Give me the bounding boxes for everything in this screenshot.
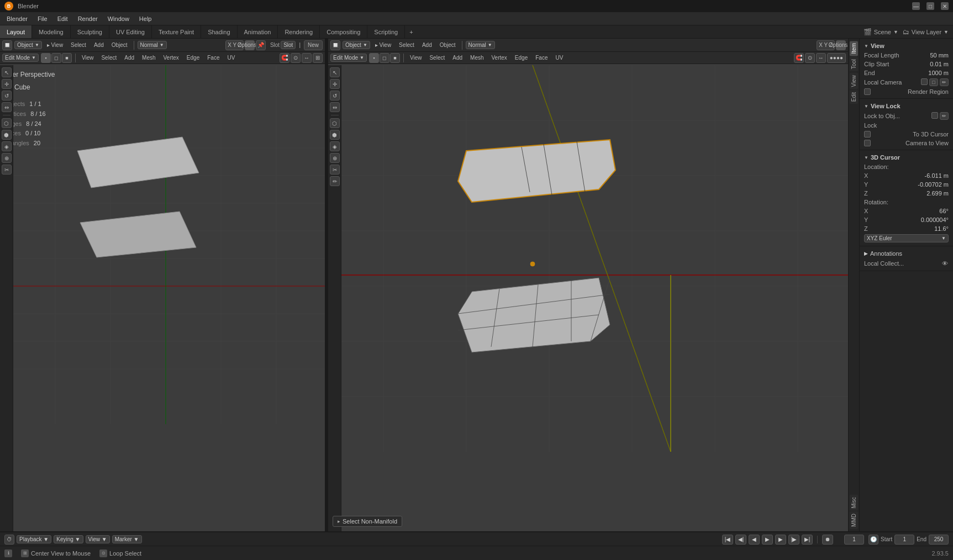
lock-obj-checkbox[interactable]	[931, 112, 938, 119]
add-workspace-button[interactable]: +	[405, 25, 417, 38]
record-btn[interactable]: ⏺	[822, 535, 833, 545]
left-tool-inset[interactable]: ⬢	[2, 130, 12, 140]
to-3d-cursor-checkbox[interactable]	[864, 131, 871, 138]
right-vp-options[interactable]: Options▼	[836, 40, 846, 50]
view-section-header[interactable]: ▼ View	[860, 41, 953, 51]
left-edit-mode[interactable]: Edit Mode ▼	[2, 54, 39, 62]
right-tb-face[interactable]: Face	[533, 54, 550, 61]
viewlayer-selector[interactable]: 🗂 View Layer ▼	[903, 28, 949, 36]
right-tb-uv[interactable]: UV	[552, 54, 566, 61]
right-snap[interactable]: 🧲	[794, 53, 804, 63]
right-tb-add[interactable]: Add	[450, 54, 465, 61]
current-frame[interactable]: 1	[844, 535, 864, 545]
prev-keyframe-btn[interactable]: ◀|	[735, 535, 746, 545]
right-tb-edge[interactable]: Edge	[512, 54, 530, 61]
right-shading-btns[interactable]: ●●●●	[827, 53, 846, 63]
right-tb-vertex[interactable]: Vertex	[489, 54, 510, 61]
left-tb-view[interactable]: View	[79, 54, 97, 61]
left-tb-add[interactable]: Add	[122, 54, 137, 61]
left-vertex-mode[interactable]: ▪	[41, 53, 51, 63]
right-tb-mesh[interactable]: Mesh	[467, 54, 486, 61]
left-tb-edge[interactable]: Edge	[184, 54, 202, 61]
menu-window[interactable]: Window	[103, 14, 134, 23]
tab-shading[interactable]: Shading	[201, 25, 237, 38]
right-vp-normal-shading[interactable]: Normal▼	[466, 41, 495, 49]
right-vp-object[interactable]: Object	[437, 41, 459, 49]
tab-edit[interactable]: Edit	[850, 90, 858, 104]
right-canvas[interactable]: ↖ ✛ ↺ ⇔ ⬡ ⬢ ◈ ⊕ ✂ ✏ ▸ Select Non-Manifol…	[328, 65, 848, 531]
end-frame[interactable]: 250	[929, 535, 949, 545]
right-tool-loopcut[interactable]: ⊕	[330, 153, 340, 163]
slot-selector[interactable]: Slot	[281, 41, 296, 49]
bb-loop-select[interactable]: ⊙ Loop Select	[99, 550, 141, 557]
maximize-button[interactable]: □	[926, 2, 934, 10]
tab-uv-editing[interactable]: UV Editing	[109, 25, 152, 38]
right-tb-view[interactable]: View	[407, 54, 425, 61]
right-tool-extrude[interactable]: ⬡	[330, 118, 340, 128]
timeline-editor-type[interactable]: ⏱	[4, 535, 14, 545]
left-vp-options[interactable]: Options▼	[245, 40, 255, 50]
keying-select[interactable]: Keying ▼	[54, 535, 83, 543]
left-edge-mode[interactable]: ◻	[51, 53, 61, 63]
left-vp-view[interactable]: ▸ View	[44, 41, 66, 49]
left-vp-object[interactable]: Object	[109, 41, 130, 49]
left-vp-object-mode[interactable]: Object▼	[14, 41, 42, 49]
right-tool-knife[interactable]: ✂	[330, 165, 340, 175]
minimize-button[interactable]: —	[912, 2, 920, 10]
left-tool-extrude[interactable]: ⬡	[2, 118, 12, 128]
left-overlay[interactable]: ⊞	[313, 53, 323, 63]
right-tool-scale[interactable]: ⇔	[330, 102, 340, 112]
tab-layout[interactable]: Layout	[0, 25, 32, 38]
right-tool-annotations[interactable]: ✏	[330, 176, 340, 186]
playback-select[interactable]: Playback ▼	[17, 535, 51, 543]
left-vp-select[interactable]: Select	[68, 41, 89, 49]
left-tool-rotate[interactable]: ↺	[2, 91, 12, 101]
view-select[interactable]: View ▼	[86, 535, 110, 543]
right-edit-mode[interactable]: Edit Mode ▼	[330, 54, 367, 62]
camera-to-view-checkbox[interactable]	[864, 140, 871, 146]
menu-blender[interactable]: Blender	[2, 14, 32, 23]
play-btn[interactable]: ▶	[762, 535, 773, 545]
next-frame-btn[interactable]: ▶	[775, 535, 786, 545]
right-vertex-mode[interactable]: ▪	[369, 53, 379, 63]
tab-view[interactable]: View	[850, 73, 858, 89]
left-vp-editor-type[interactable]: 🔲	[2, 40, 12, 50]
start-frame[interactable]: 1	[894, 535, 914, 545]
left-transform[interactable]: ↔	[302, 53, 312, 63]
tab-tool[interactable]: Tool	[850, 57, 858, 71]
right-tool-bevel[interactable]: ◈	[330, 141, 340, 151]
right-transform[interactable]: ↔	[816, 53, 826, 63]
right-face-mode[interactable]: ■	[390, 53, 400, 63]
cursor-3d-header[interactable]: ▼ 3D Cursor	[860, 152, 953, 162]
left-tool-loopcut[interactable]: ⊕	[2, 153, 12, 163]
left-canvas[interactable]: User Perspective (1) Cube Objects 1 / 1 …	[0, 65, 325, 531]
menu-file[interactable]: File	[33, 14, 52, 23]
left-tool-move[interactable]: ✛	[2, 79, 12, 89]
view-lock-header[interactable]: ▼ View Lock	[860, 101, 953, 111]
left-tb-select[interactable]: Select	[98, 54, 119, 61]
right-vp-view[interactable]: ▸ View	[372, 41, 394, 49]
left-tb-uv[interactable]: UV	[224, 54, 238, 61]
right-tool-move[interactable]: ✛	[330, 79, 340, 89]
left-tool-scale[interactable]: ⇔	[2, 102, 12, 112]
tab-rendering[interactable]: Rendering	[278, 25, 320, 38]
lock-obj-pencil[interactable]: ✏	[940, 112, 949, 120]
local-camera-checkbox[interactable]	[921, 78, 928, 85]
left-tool-knife[interactable]: ✂	[2, 165, 12, 175]
rotation-mode-select[interactable]: XYZ Euler▼	[864, 234, 949, 242]
right-tool-inset[interactable]: ⬢	[330, 130, 340, 140]
left-proportional[interactable]: ⊙	[291, 53, 301, 63]
left-tool-cursor[interactable]: ↖	[2, 67, 12, 77]
right-vp-editor-type[interactable]: 🔲	[330, 40, 340, 50]
prev-frame-btn[interactable]: ◀	[749, 535, 760, 545]
tab-misc[interactable]: Misc	[850, 495, 858, 511]
menu-help[interactable]: Help	[135, 14, 156, 23]
bb-center-view[interactable]: ⊞ Center View to Mouse	[21, 550, 91, 557]
tab-texture-paint[interactable]: Texture Paint	[152, 25, 201, 38]
left-vp-add[interactable]: Add	[91, 41, 107, 49]
local-camera-icon[interactable]: □	[929, 78, 938, 86]
tab-compositing[interactable]: Compositing	[320, 25, 367, 38]
vertical-splitter[interactable]	[326, 39, 328, 531]
next-keyframe-btn[interactable]: |▶	[788, 535, 799, 545]
left-face-mode[interactable]: ■	[62, 53, 72, 63]
